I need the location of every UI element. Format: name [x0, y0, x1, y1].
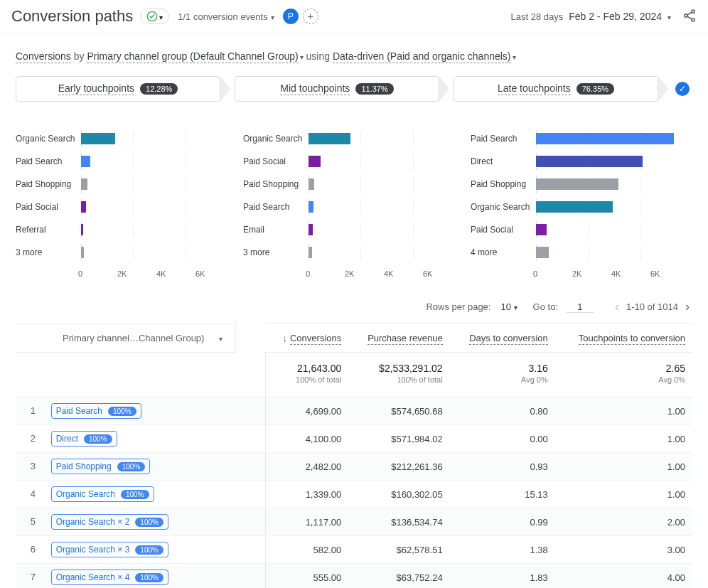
bar-category-label: Paid Social [471, 225, 536, 235]
path-percent-badge: 100% [108, 407, 136, 416]
x-axis: 02K4K6K [471, 269, 692, 278]
cell-conversions: 1,339.00 [266, 481, 349, 508]
chart-bar-row: 4 more [471, 241, 692, 264]
path-pill[interactable]: Direct 100% [51, 431, 117, 447]
col-conversions[interactable]: ↓Conversions [266, 324, 349, 353]
cell-revenue: $571,984.02 [348, 425, 449, 453]
cell-days: 15.13 [450, 481, 555, 508]
status-chip[interactable] [140, 9, 169, 24]
dimension-dropdown[interactable]: Primary channel group (Default Channel G… [87, 50, 298, 63]
conversion-events-dropdown[interactable]: 1/1 conversion events [178, 11, 274, 22]
share-icon[interactable] [682, 9, 697, 25]
touchpoint-tab[interactable]: Early touchpoints12.28% [16, 76, 220, 102]
next-page-button[interactable]: › [682, 299, 692, 314]
chart-bar-row: Email [243, 218, 465, 241]
path-pill[interactable]: Paid Search 100% [51, 403, 141, 419]
bar [81, 133, 115, 144]
check-circle-icon[interactable]: ✓ [675, 82, 690, 96]
row-index: 5 [23, 516, 36, 527]
path-pill[interactable]: Organic Search 100% [51, 486, 154, 502]
table-row[interactable]: 7 Organic Search × 4 100% 555.00 $63,752… [16, 564, 692, 589]
goto-page-input[interactable] [567, 301, 594, 313]
prev-page-button[interactable]: ‹ [612, 299, 622, 314]
axis-tick: 2K [572, 269, 611, 278]
cell-revenue: $136,534.74 [348, 508, 449, 536]
attribution-model-dropdown[interactable]: Data-driven (Paid and organic channels) [333, 50, 511, 63]
x-axis: 02K4K6K [16, 269, 237, 278]
path-label: Organic Search [56, 489, 115, 499]
bar-category-label: 3 more [243, 247, 309, 257]
touchpoint-tab[interactable]: Late touchpoints76.35% [454, 76, 658, 102]
date-range: Feb 2 - Feb 29, 2024 [569, 11, 662, 22]
rows-per-page-select[interactable]: 10 [500, 301, 517, 312]
axis-tick: 6K [423, 269, 462, 278]
path-percent-badge: 100% [121, 490, 149, 499]
bar [309, 247, 312, 258]
bar-category-label: Paid Social [243, 156, 309, 166]
table-row[interactable]: 2 Direct 100% 4,100.00 $571,984.02 0.00 … [16, 425, 692, 453]
sort-descending-icon: ↓ [282, 333, 287, 343]
cell-conversions: 4,100.00 [266, 425, 349, 453]
col-touchpoints[interactable]: Touchpoints to conversion [555, 324, 692, 353]
bar-category-label: Paid Search [243, 202, 309, 212]
table-row[interactable]: 6 Organic Search × 3 100% 582.00 $62,578… [16, 536, 692, 564]
metric-link[interactable]: Conversions [16, 50, 71, 63]
row-index: 2 [23, 433, 36, 444]
path-pill[interactable]: Paid Shopping 100% [51, 459, 151, 474]
path-pill[interactable]: Organic Search × 4 100% [51, 570, 168, 585]
path-label: Organic Search × 4 [56, 572, 130, 582]
cell-conversions: 582.00 [266, 536, 349, 564]
path-pill[interactable]: Organic Search × 3 100% [51, 542, 168, 557]
bar-category-label: Paid Search [16, 156, 81, 166]
dimension-column-header[interactable]: Primary channel…Channel Group) [16, 324, 236, 353]
cell-revenue: $63,752.24 [348, 564, 449, 589]
col-revenue[interactable]: Purchase revenue [348, 324, 449, 353]
charts-row: Organic Search Paid Search Paid Shopping… [0, 102, 708, 288]
chart-bar-row: Paid Social [243, 150, 465, 173]
bar-category-label: Paid Social [16, 202, 81, 212]
table-controls: Rows per page: 10 Go to: ‹ 1-10 of 1014 … [0, 288, 708, 323]
table-row[interactable]: 3 Paid Shopping 100% 2,482.00 $212,261.3… [16, 453, 692, 481]
cell-touchpoints: 3.00 [555, 536, 692, 564]
axis-tick: 0 [306, 269, 345, 278]
path-percent-badge: 100% [135, 545, 163, 555]
cell-days: 0.80 [450, 397, 555, 425]
date-range-picker[interactable]: Last 28 days Feb 2 - Feb 29, 2024 [511, 11, 671, 22]
chart-bar-row: Paid Social [16, 196, 237, 218]
col-days[interactable]: Days to conversion [450, 324, 555, 353]
table-row[interactable]: 1 Paid Search 100% 4,699.00 $574,650.68 … [16, 397, 692, 425]
header-bar: Conversion paths 1/1 conversion events P… [0, 0, 708, 33]
bar-category-label: Organic Search [471, 202, 536, 212]
user-avatar[interactable]: P [283, 9, 299, 24]
table-row[interactable]: 5 Organic Search × 2 100% 1,117.00 $136,… [16, 508, 692, 536]
path-label: Direct [56, 434, 78, 444]
chart-bar-row: Paid Shopping [471, 173, 692, 196]
bar [536, 247, 549, 258]
tab-percent-badge: 12.28% [140, 83, 178, 95]
cell-days: 0.93 [450, 453, 555, 481]
chart-bar-row: Paid Shopping [243, 173, 465, 196]
bar-chart: Organic Search Paid Search Paid Shopping… [16, 127, 237, 278]
path-pill[interactable]: Organic Search × 2 100% [51, 514, 168, 530]
row-index: 4 [23, 488, 36, 499]
path-percent-badge: 100% [117, 462, 146, 471]
pagination-range: 1-10 of 1014 [626, 301, 678, 312]
cell-touchpoints: 2.00 [555, 508, 692, 536]
cell-revenue: $212,261.36 [348, 453, 449, 481]
cell-revenue: $62,578.51 [348, 536, 449, 564]
bar [309, 201, 313, 213]
axis-tick: 0 [78, 269, 117, 278]
bar-category-label: Direct [471, 156, 536, 166]
touchpoint-tab[interactable]: Mid touchpoints11.37% [235, 76, 439, 102]
add-comparison-button[interactable]: + [303, 9, 318, 24]
table-row[interactable]: 4 Organic Search 100% 1,339.00 $160,302.… [16, 481, 692, 508]
bar [309, 224, 313, 235]
cell-conversions: 2,482.00 [266, 453, 349, 481]
chart-bar-row: 3 more [243, 241, 465, 264]
axis-tick: 2K [117, 269, 156, 278]
bar-category-label: Paid Shopping [243, 179, 309, 189]
cell-revenue: $574,650.68 [348, 397, 449, 425]
conversion-events-label: 1/1 conversion events [178, 11, 267, 22]
path-label: Paid Shopping [56, 461, 112, 471]
chevron-down-icon: ▾ [513, 53, 516, 61]
